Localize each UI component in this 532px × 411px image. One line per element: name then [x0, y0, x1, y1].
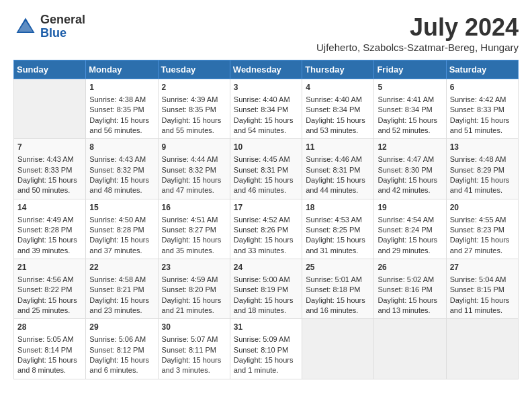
- calendar-week-2: 7Sunrise: 4:43 AMSunset: 8:33 PMDaylight…: [14, 139, 519, 199]
- calendar-cell: 10Sunrise: 4:45 AMSunset: 8:31 PMDayligh…: [230, 139, 302, 199]
- day-info-line: Sunset: 8:24 PM: [378, 226, 432, 234]
- day-number: 7: [17, 142, 82, 153]
- day-info-line: Daylight: 15 hours: [17, 176, 77, 184]
- day-info-line: Sunset: 8:11 PM: [162, 346, 216, 354]
- day-info-line: Sunrise: 5:00 AM: [234, 275, 290, 283]
- day-info-line: Sunset: 8:23 PM: [450, 226, 504, 234]
- day-number: 25: [306, 262, 370, 273]
- page-header: General Blue July 2024 Ujfeherto, Szabol…: [13, 13, 519, 53]
- calendar-cell: 8Sunrise: 4:43 AMSunset: 8:32 PMDaylight…: [86, 139, 158, 199]
- day-number: 4: [306, 82, 370, 93]
- day-number: 6: [450, 82, 515, 93]
- day-info-line: Sunset: 8:31 PM: [306, 166, 360, 174]
- day-info-line: Sunset: 8:32 PM: [162, 166, 216, 174]
- day-info-line: and 55 minutes.: [162, 126, 214, 134]
- calendar-cell: [302, 319, 374, 379]
- day-info-line: Sunset: 8:19 PM: [234, 285, 288, 293]
- day-info-line: Sunset: 8:16 PM: [378, 285, 432, 293]
- calendar-cell: 3Sunrise: 4:40 AMSunset: 8:34 PMDaylight…: [230, 79, 302, 139]
- day-info-line: Sunrise: 4:48 AM: [450, 155, 506, 163]
- calendar-cell: 6Sunrise: 4:42 AMSunset: 8:33 PMDaylight…: [446, 79, 518, 139]
- day-number: 13: [450, 142, 515, 153]
- day-info-line: Daylight: 15 hours: [378, 176, 437, 184]
- logo-general: General: [40, 13, 85, 27]
- day-number: 10: [234, 142, 298, 153]
- calendar-cell: 28Sunrise: 5:05 AMSunset: 8:14 PMDayligh…: [14, 319, 86, 379]
- calendar-cell: 5Sunrise: 4:41 AMSunset: 8:34 PMDaylight…: [374, 79, 446, 139]
- day-info-line: Sunrise: 4:43 AM: [89, 155, 146, 163]
- col-header-monday: Monday: [86, 60, 158, 79]
- day-info-line: Daylight: 15 hours: [89, 176, 149, 184]
- day-info-line: and 1 minute.: [234, 366, 279, 374]
- day-number: 26: [378, 262, 442, 273]
- day-info-line: Sunset: 8:18 PM: [306, 285, 360, 293]
- day-info-line: Sunset: 8:28 PM: [17, 226, 72, 234]
- calendar-cell: 19Sunrise: 4:54 AMSunset: 8:24 PMDayligh…: [374, 199, 446, 259]
- day-info-line: Sunrise: 4:59 AM: [162, 275, 218, 283]
- day-info-line: Sunset: 8:34 PM: [378, 105, 432, 113]
- day-info-line: Sunrise: 4:49 AM: [17, 216, 74, 224]
- calendar-cell: 23Sunrise: 4:59 AMSunset: 8:20 PMDayligh…: [158, 259, 230, 319]
- col-header-friday: Friday: [374, 60, 446, 79]
- day-info-line: Daylight: 15 hours: [17, 236, 77, 244]
- day-info-line: Daylight: 15 hours: [234, 236, 294, 244]
- day-info-line: Sunset: 8:20 PM: [162, 285, 216, 293]
- day-number: 28: [17, 322, 82, 333]
- day-info-line: Sunrise: 4:39 AM: [162, 95, 218, 103]
- day-info-line: Sunset: 8:26 PM: [234, 226, 288, 234]
- day-info-line: and 8 minutes.: [17, 366, 66, 374]
- day-info-line: Daylight: 15 hours: [89, 116, 149, 124]
- day-number: 12: [378, 142, 442, 153]
- calendar-cell: 25Sunrise: 5:01 AMSunset: 8:18 PMDayligh…: [302, 259, 374, 319]
- day-number: 1: [89, 82, 154, 93]
- day-info-line: Sunset: 8:21 PM: [89, 285, 144, 293]
- day-info-line: Daylight: 15 hours: [450, 116, 510, 124]
- day-info-line: and 41 minutes.: [450, 186, 502, 194]
- logo-text: General Blue: [40, 13, 85, 40]
- day-info-line: and 11 minutes.: [450, 306, 502, 314]
- calendar-week-1: 1Sunrise: 4:38 AMSunset: 8:35 PMDaylight…: [14, 79, 519, 139]
- day-info-line: and 48 minutes.: [89, 186, 142, 194]
- day-info-line: Sunrise: 4:45 AM: [234, 155, 290, 163]
- day-info-line: Daylight: 15 hours: [306, 236, 365, 244]
- calendar-cell: 16Sunrise: 4:51 AMSunset: 8:27 PMDayligh…: [158, 199, 230, 259]
- calendar-table: SundayMondayTuesdayWednesdayThursdayFrid…: [13, 60, 519, 379]
- day-info-line: Daylight: 15 hours: [306, 176, 365, 184]
- day-number: 15: [89, 202, 154, 214]
- calendar-cell: 9Sunrise: 4:44 AMSunset: 8:32 PMDaylight…: [158, 139, 230, 199]
- day-info-line: Sunrise: 4:51 AM: [162, 216, 218, 224]
- day-info-line: and 37 minutes.: [89, 246, 142, 255]
- day-number: 27: [450, 262, 515, 273]
- calendar-header: SundayMondayTuesdayWednesdayThursdayFrid…: [14, 60, 519, 79]
- day-info-line: Sunrise: 4:40 AM: [306, 95, 362, 103]
- day-info-line: Daylight: 15 hours: [378, 236, 437, 244]
- day-info-line: Sunrise: 4:44 AM: [162, 155, 218, 163]
- day-info-line: and 51 minutes.: [450, 126, 502, 134]
- day-info-line: Sunrise: 4:38 AM: [89, 95, 146, 103]
- day-info-line: Daylight: 15 hours: [450, 236, 510, 244]
- month-title: July 2024: [316, 13, 519, 42]
- day-info-line: Sunrise: 5:04 AM: [450, 275, 506, 283]
- day-info-line: Sunrise: 4:56 AM: [17, 275, 74, 283]
- day-info-line: Sunrise: 4:52 AM: [234, 216, 290, 224]
- day-info-line: Sunset: 8:10 PM: [234, 346, 288, 354]
- day-info-line: Sunset: 8:22 PM: [17, 285, 72, 293]
- calendar-week-3: 14Sunrise: 4:49 AMSunset: 8:28 PMDayligh…: [14, 199, 519, 259]
- day-info-line: and 39 minutes.: [17, 246, 70, 255]
- calendar-cell: 18Sunrise: 4:53 AMSunset: 8:25 PMDayligh…: [302, 199, 374, 259]
- day-info-line: Sunset: 8:35 PM: [89, 105, 144, 113]
- day-info-line: Daylight: 15 hours: [234, 296, 294, 304]
- day-info-line: and 31 minutes.: [306, 246, 358, 255]
- day-number: 22: [89, 262, 154, 273]
- day-info-line: Daylight: 15 hours: [162, 236, 222, 244]
- day-info-line: Sunset: 8:31 PM: [234, 166, 288, 174]
- day-number: 18: [306, 202, 370, 214]
- day-info-line: Daylight: 15 hours: [89, 296, 149, 304]
- day-info-line: Daylight: 15 hours: [17, 296, 77, 304]
- day-number: 30: [162, 322, 226, 333]
- day-info-line: Sunrise: 4:54 AM: [378, 216, 434, 224]
- location-title: Ujfeherto, Szabolcs-Szatmar-Bereg, Hunga…: [316, 42, 519, 53]
- day-number: 16: [162, 202, 226, 214]
- day-info-line: Sunset: 8:33 PM: [450, 105, 504, 113]
- day-info-line: Daylight: 15 hours: [306, 116, 365, 124]
